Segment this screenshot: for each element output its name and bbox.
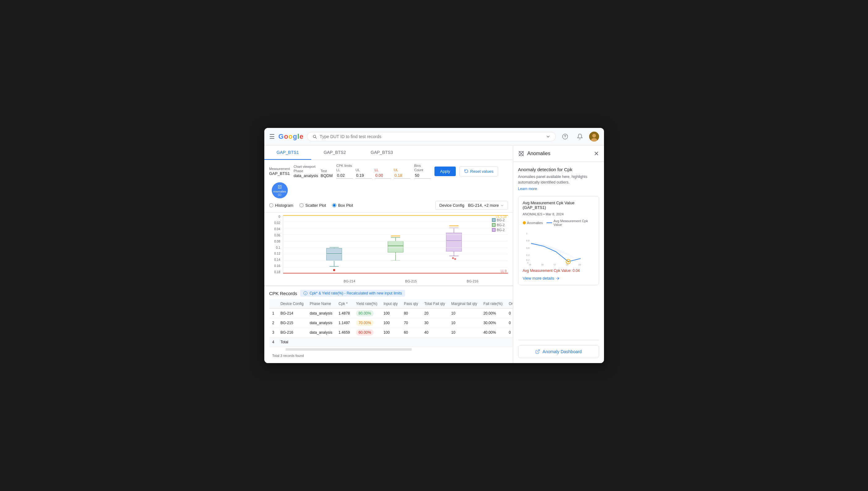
svg-point-26 bbox=[452, 257, 454, 259]
ll-red-label: LL bbox=[375, 168, 391, 172]
gridline bbox=[283, 241, 508, 241]
svg-point-31 bbox=[305, 292, 306, 293]
x-axis: BG-214 BG-215 BG-216 bbox=[283, 279, 508, 283]
bins-label: Bins bbox=[414, 164, 431, 168]
notifications-icon[interactable] bbox=[575, 131, 585, 142]
col-failrate: Fail rate(%) bbox=[480, 299, 505, 309]
svg-text:Mar: Mar bbox=[541, 266, 545, 266]
chart-viewport-group: Chart viewport Phase data_analysis Test … bbox=[293, 165, 333, 178]
reset-icon bbox=[464, 169, 468, 173]
ul-input[interactable] bbox=[355, 172, 372, 179]
x-label-bg216: BG-216 bbox=[467, 279, 478, 283]
cpk-records-title: CPK Records bbox=[269, 291, 297, 296]
chevron-down-icon bbox=[500, 204, 504, 207]
count-input[interactable] bbox=[414, 172, 431, 179]
col-num bbox=[269, 299, 278, 309]
ul-orange-input[interactable] bbox=[394, 172, 410, 179]
ll-line: LL 0 bbox=[283, 273, 508, 273]
device-config-select[interactable]: Device Config BG-214, +2 more bbox=[435, 201, 508, 210]
svg-rect-15 bbox=[388, 241, 403, 253]
chart-viewport-label: Chart viewport bbox=[293, 165, 333, 168]
search-input[interactable] bbox=[319, 134, 543, 139]
table-row: 3 BG-216 data_analysis 1.4659 60.00% 100… bbox=[269, 328, 513, 338]
apply-button[interactable]: Apply bbox=[434, 167, 456, 176]
count-label: Count bbox=[414, 168, 431, 172]
chart-inner: UL 0.18 LL 0 bbox=[283, 215, 508, 274]
anomaly-sub: ANOMALIES • Mar 8, 2024 bbox=[523, 212, 594, 216]
reset-button[interactable]: Reset values bbox=[460, 166, 498, 176]
svg-text:0.8: 0.8 bbox=[526, 239, 530, 242]
tab-gap-bts1[interactable]: GAP_BTS1 bbox=[264, 146, 311, 160]
anomaly-legend: Anomalies Avg Measurement Cpk Value bbox=[523, 219, 594, 227]
svg-text:0.4: 0.4 bbox=[526, 254, 530, 257]
gridline bbox=[283, 260, 508, 261]
ll-red-input[interactable] bbox=[375, 172, 391, 179]
cpk-limits-label: CPK limits bbox=[336, 164, 410, 168]
col-orig-ll: Original Lower Limit bbox=[505, 299, 513, 309]
table-row: 2 BG-215 data_analysis 1.1497 70.00% 100… bbox=[269, 318, 513, 328]
col-marginal: Marginal fail qty bbox=[448, 299, 480, 309]
arrow-right-icon bbox=[556, 276, 560, 281]
gridline bbox=[283, 248, 508, 248]
box-radio[interactable]: Box Plot bbox=[332, 203, 353, 208]
ul-label: UL bbox=[355, 168, 372, 172]
histogram-radio[interactable]: Histogram bbox=[269, 203, 293, 208]
gridline bbox=[283, 234, 508, 235]
ll-input[interactable] bbox=[336, 172, 353, 179]
chart-area: 0.18 0.16 0.14 0.12 0.1 0.08 0.06 0.04 0… bbox=[264, 212, 513, 286]
close-anomaly-button[interactable]: ✕ bbox=[594, 150, 599, 157]
svg-text:Mar: Mar bbox=[566, 266, 570, 266]
help-icon[interactable] bbox=[560, 131, 571, 142]
ul-orange-label: UL bbox=[394, 168, 410, 172]
hamburger-icon[interactable]: ☰ bbox=[269, 133, 275, 140]
dashboard-icon bbox=[535, 349, 540, 354]
col-cpk: Cpk * bbox=[335, 299, 353, 309]
phase-label: Phase bbox=[293, 169, 318, 173]
yield-badge: 60.00% bbox=[356, 329, 374, 336]
tab-gap-bts2[interactable]: GAP_BTS2 bbox=[311, 146, 358, 160]
anomaly-card-title: Avg Measurement Cpk Value (GAP_BTS1) bbox=[523, 201, 594, 210]
svg-marker-39 bbox=[531, 242, 581, 263]
ul-line: UL 0.18 bbox=[283, 215, 508, 216]
col-device: Device Config bbox=[277, 299, 307, 309]
anomaly-dashboard-button[interactable]: Anomaly Dashboard bbox=[518, 345, 599, 358]
google-logo: Google bbox=[279, 133, 304, 141]
cpk-info-text: Cpk* & Yield rate(%) - Recalculated with… bbox=[309, 291, 402, 295]
x-label-bg215: BG-215 bbox=[405, 279, 417, 283]
anomalies-button[interactable]: Anomalies (1) bbox=[272, 182, 288, 198]
avatar[interactable] bbox=[589, 132, 599, 142]
box-plot-svg bbox=[283, 215, 508, 273]
table-row-total: 4 Total bbox=[269, 338, 513, 347]
view-details-button[interactable]: View more details bbox=[523, 276, 594, 281]
svg-text:0: 0 bbox=[527, 261, 529, 264]
tabs-bar: GAP_BTS1 GAP_BTS2 GAP_BTS3 bbox=[264, 146, 513, 160]
svg-point-12 bbox=[333, 269, 335, 271]
svg-point-3 bbox=[592, 134, 596, 138]
svg-text:Mar: Mar bbox=[529, 266, 533, 266]
gridline bbox=[283, 228, 508, 228]
cpk-info-badge: Cpk* & Yield rate(%) - Recalculated with… bbox=[300, 290, 405, 297]
search-bar[interactable] bbox=[307, 132, 556, 141]
yield-badge: 70.00% bbox=[356, 320, 374, 326]
y-axis: 0.18 0.16 0.14 0.12 0.1 0.08 0.06 0.04 0… bbox=[269, 215, 282, 274]
measurement-label: Measurement bbox=[269, 167, 290, 171]
svg-text:0.2: 0.2 bbox=[526, 259, 530, 261]
anomaly-line bbox=[547, 223, 552, 223]
tab-gap-bts3[interactable]: GAP_BTS3 bbox=[358, 146, 405, 160]
col-input: Input qty bbox=[380, 299, 401, 309]
test-value: BQDM bbox=[320, 173, 333, 178]
learn-more-link[interactable]: Learn more bbox=[518, 186, 537, 191]
svg-text:0.6: 0.6 bbox=[526, 247, 530, 249]
phase-value: data_analysis bbox=[293, 173, 318, 178]
cpk-records-section: CPK Records Cpk* & Yield rate(%) - Recal… bbox=[264, 286, 513, 363]
ll-label: LL bbox=[336, 168, 353, 172]
dropdown-icon[interactable] bbox=[546, 134, 551, 139]
chart-legend: BG-2 BG-2 BG-2 bbox=[492, 218, 505, 232]
svg-point-27 bbox=[454, 258, 456, 260]
table-row: 1 BG-214 data_analysis 1.4878 80.00% 100… bbox=[269, 309, 513, 318]
col-phase: Phase Name bbox=[307, 299, 335, 309]
scatter-radio[interactable]: Scatter Plot bbox=[300, 203, 326, 208]
svg-point-41 bbox=[567, 261, 569, 262]
anomaly-description: Anomalies panel available here, highligh… bbox=[518, 174, 599, 185]
col-pass: Pass qty bbox=[401, 299, 421, 309]
